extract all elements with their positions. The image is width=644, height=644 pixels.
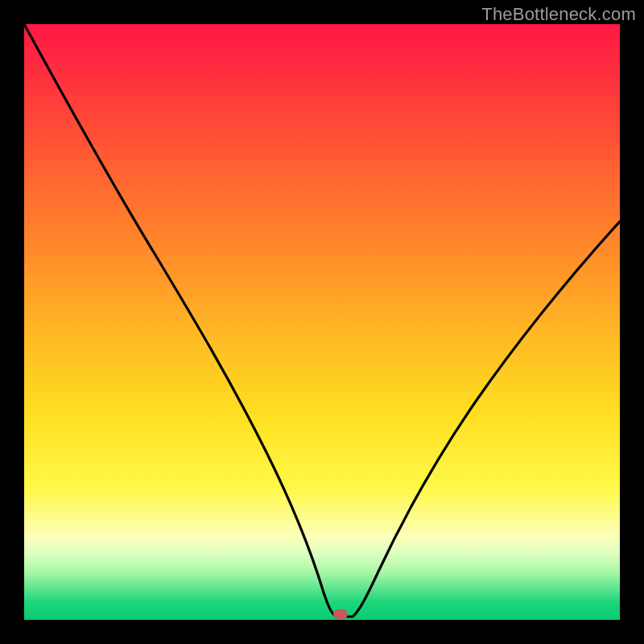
plot-area xyxy=(24,24,620,620)
watermark-text: TheBottleneck.com xyxy=(481,4,636,25)
optimal-point-marker xyxy=(333,609,348,619)
chart-frame: TheBottleneck.com xyxy=(0,0,644,644)
bottleneck-curve-path xyxy=(24,24,620,617)
curve-layer xyxy=(24,24,620,620)
